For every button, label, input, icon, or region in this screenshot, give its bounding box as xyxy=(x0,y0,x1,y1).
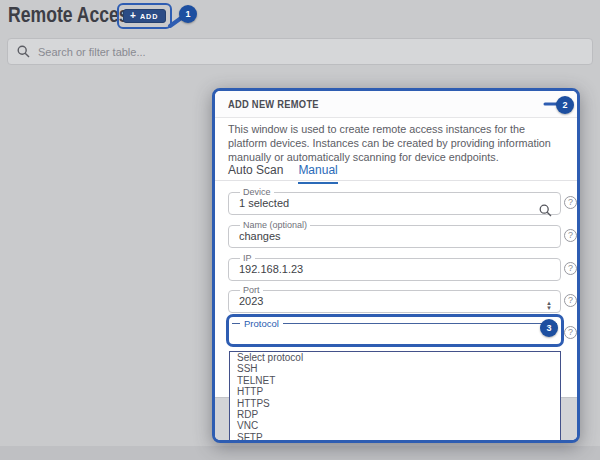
protocol-option[interactable]: SSH xyxy=(230,363,560,374)
port-field-label: Port xyxy=(240,286,263,295)
port-field-value: 2023 xyxy=(239,295,550,307)
add-button-label: ADD xyxy=(140,12,158,21)
protocol-field[interactable]: Protocol xyxy=(232,319,557,343)
protocol-option[interactable]: TELNET xyxy=(230,375,560,386)
device-field[interactable]: Device 1 selected xyxy=(228,188,561,215)
protocol-option[interactable]: RDP xyxy=(230,409,560,420)
ip-field-value: 192.168.1.23 xyxy=(239,263,550,275)
annotation-step-badge-3: 3 xyxy=(540,319,558,337)
protocol-option[interactable]: HTTP xyxy=(230,386,560,397)
device-field-value: 1 selected xyxy=(239,197,550,209)
ip-field[interactable]: IP 192.168.1.23 xyxy=(228,254,561,281)
annotation-step-badge-1: 1 xyxy=(179,5,197,23)
protocol-dropdown-list: Select protocol SSH TELNET HTTP HTTPS RD… xyxy=(229,351,561,443)
annotation-step-badge-2: 2 xyxy=(556,96,574,114)
add-remote-modal: ADD NEW REMOTE This window is used to cr… xyxy=(212,88,580,443)
device-search-icon[interactable] xyxy=(539,204,552,217)
add-button[interactable]: + ADD xyxy=(123,9,166,23)
name-field-label: Name (optional) xyxy=(240,221,310,230)
plus-icon: + xyxy=(130,11,136,21)
annotation-box-protocol-field: Protocol xyxy=(226,314,564,347)
device-help-icon[interactable]: ? xyxy=(564,196,577,209)
modal-title: ADD NEW REMOTE xyxy=(228,98,319,110)
name-help-icon[interactable]: ? xyxy=(564,229,577,242)
protocol-option[interactable]: SFTP xyxy=(230,432,560,443)
port-stepper[interactable]: ▲ ▼ xyxy=(546,301,552,311)
page: Remote Access + ADD ADD NEW REMOTE This … xyxy=(0,0,600,460)
port-field[interactable]: Port 2023 ▲ ▼ xyxy=(228,286,561,313)
port-help-icon[interactable]: ? xyxy=(564,294,577,307)
search-icon xyxy=(17,45,30,58)
device-field-label: Device xyxy=(240,188,274,197)
annotation-box-add-button: + ADD xyxy=(117,3,172,29)
protocol-field-label: Protocol xyxy=(240,319,283,328)
modal-description: This window is used to create remote acc… xyxy=(228,123,566,164)
protocol-option[interactable]: Select protocol xyxy=(230,352,560,363)
ip-help-icon[interactable]: ? xyxy=(564,262,577,275)
ip-field-label: IP xyxy=(240,254,255,263)
bottom-band xyxy=(0,446,600,460)
protocol-option[interactable]: HTTPS xyxy=(230,398,560,409)
modal-header: ADD NEW REMOTE xyxy=(215,91,577,118)
protocol-help-icon[interactable]: ? xyxy=(564,326,577,339)
name-field-value: changes xyxy=(239,230,550,242)
search-input[interactable] xyxy=(38,46,583,58)
tabs-divider xyxy=(215,180,577,181)
search-bar xyxy=(7,38,593,65)
protocol-option[interactable]: VNC xyxy=(230,420,560,431)
stepper-down-icon[interactable]: ▼ xyxy=(546,306,552,311)
name-field[interactable]: Name (optional) changes xyxy=(228,221,561,248)
